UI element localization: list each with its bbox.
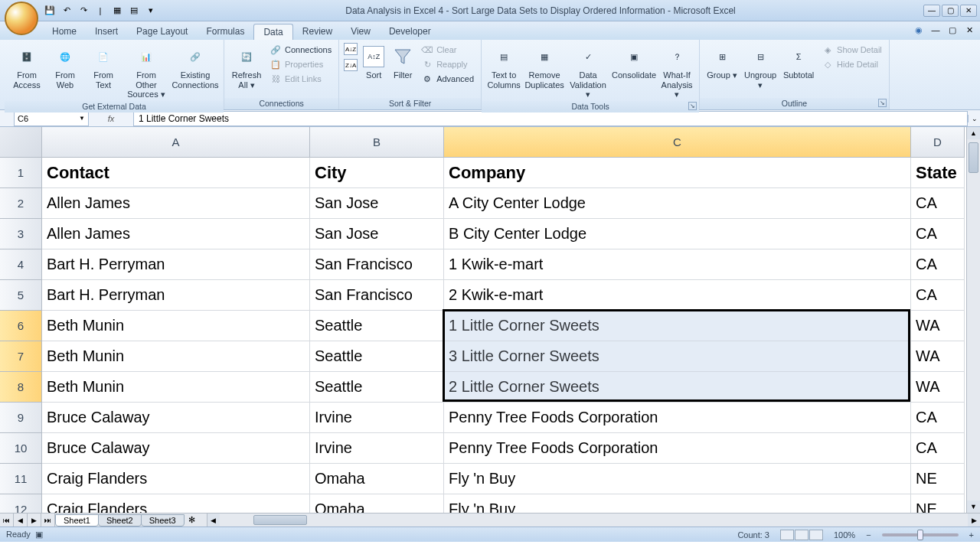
cell-A10[interactable]: Bruce Calaway (42, 433, 310, 464)
tab-page-layout[interactable]: Page Layout (127, 24, 197, 40)
cell-D12[interactable]: NE (911, 494, 965, 513)
tab-home[interactable]: Home (43, 24, 86, 40)
scroll-up-icon[interactable]: ▲ (967, 127, 980, 139)
remove-duplicates-button[interactable]: ▦Remove Duplicates (524, 43, 564, 91)
sheet-nav-prev-icon[interactable]: ◀ (14, 514, 28, 527)
view-normal-button[interactable] (780, 530, 794, 540)
qat-more-icon[interactable]: ▾ (144, 4, 158, 18)
zoom-slider[interactable] (882, 533, 959, 536)
what-if-button[interactable]: ？What-If Analysis ▾ (659, 43, 694, 101)
cell-D5[interactable]: CA (911, 280, 965, 311)
cell-D3[interactable]: CA (911, 219, 965, 249)
cell-B7[interactable]: Seattle (310, 341, 444, 372)
text-to-columns-button[interactable]: ▤Text to Columns (486, 43, 521, 91)
cell-A8[interactable]: Beth Munin (42, 372, 310, 403)
filter-button[interactable]: Filter (390, 43, 416, 82)
row-header-5[interactable]: 5 (0, 280, 42, 311)
refresh-all-button[interactable]: 🔄Refresh All ▾ (229, 43, 264, 91)
ungroup-button[interactable]: ⊟Ungroup ▾ (743, 43, 778, 91)
cell-B5[interactable]: San Francisco (310, 280, 444, 311)
redo-icon[interactable]: ↷ (77, 4, 90, 18)
cell-A1[interactable]: Contact (42, 158, 310, 188)
sheet-nav-last-icon[interactable]: ⏭ (41, 514, 55, 527)
row-header-7[interactable]: 7 (0, 341, 42, 372)
cell-D9[interactable]: CA (911, 403, 965, 433)
new-sheet-button[interactable]: ✻ (184, 514, 201, 527)
cell-C2[interactable]: A City Center Lodge (444, 188, 911, 219)
existing-connections-button[interactable]: 🔗Existing Connections (172, 43, 219, 91)
row-header-11[interactable]: 11 (0, 464, 42, 494)
tab-view[interactable]: View (341, 24, 380, 40)
from-other-sources-button[interactable]: 📊From Other Sources ▾ (124, 43, 168, 101)
cell-C12[interactable]: Fly 'n Buy (444, 494, 911, 513)
cell-C11[interactable]: Fly 'n Buy (444, 464, 911, 494)
maximize-button[interactable]: ▢ (942, 5, 959, 17)
column-header-C[interactable]: C (444, 127, 911, 158)
tab-review[interactable]: Review (293, 24, 341, 40)
cell-C9[interactable]: Penny Tree Foods Corporation (444, 403, 911, 433)
cell-B9[interactable]: Irvine (310, 403, 444, 433)
cell-D10[interactable]: CA (911, 433, 965, 464)
name-box[interactable]: C6▼ (14, 111, 89, 126)
outline-launcher[interactable]: ↘ (878, 99, 887, 107)
cell-B8[interactable]: Seattle (310, 372, 444, 403)
cell-B3[interactable]: San Jose (310, 219, 444, 249)
view-layout-button[interactable] (795, 530, 808, 540)
row-header-9[interactable]: 9 (0, 403, 42, 433)
cell-C8[interactable]: 2 Little Corner Sweets (444, 372, 911, 403)
minimize-button[interactable]: ― (923, 5, 940, 17)
expand-formula-bar-icon[interactable]: ⌄ (968, 115, 980, 122)
cell-B12[interactable]: Omaha (310, 494, 444, 513)
sheet-nav-first-icon[interactable]: ⏮ (0, 514, 14, 527)
row-header-6[interactable]: 6 (0, 311, 42, 341)
hscroll-thumb[interactable] (253, 515, 307, 525)
tab-developer[interactable]: Developer (380, 24, 440, 40)
cell-A2[interactable]: Allen James (42, 188, 310, 219)
cell-A3[interactable]: Allen James (42, 219, 310, 249)
qat-custom2-icon[interactable]: ▤ (127, 4, 141, 18)
cell-C6[interactable]: 1 Little Corner Sweets (444, 311, 911, 341)
cell-C7[interactable]: 3 Little Corner Sweets (444, 341, 911, 372)
cell-B11[interactable]: Omaha (310, 464, 444, 494)
tab-formulas[interactable]: Formulas (197, 24, 253, 40)
row-header-3[interactable]: 3 (0, 219, 42, 249)
undo-icon[interactable]: ↶ (60, 4, 74, 18)
zoom-out-icon[interactable]: − (866, 530, 871, 540)
column-header-B[interactable]: B (310, 127, 444, 158)
cell-A12[interactable]: Craig Flanders (42, 494, 310, 513)
cell-A5[interactable]: Bart H. Perryman (42, 280, 310, 311)
cell-C1[interactable]: Company (444, 158, 911, 188)
qat-custom1-icon[interactable]: ▦ (110, 4, 124, 18)
connections-button[interactable]: 🔗Connections (267, 43, 334, 57)
cell-A7[interactable]: Beth Munin (42, 341, 310, 372)
cell-B10[interactable]: Irvine (310, 433, 444, 464)
scroll-left-icon[interactable]: ◀ (207, 514, 220, 527)
cell-A9[interactable]: Bruce Calaway (42, 403, 310, 433)
cell-D2[interactable]: CA (911, 188, 965, 219)
vertical-scrollbar[interactable]: ▲ ▼ (966, 127, 980, 513)
sheet-nav-next-icon[interactable]: ▶ (28, 514, 41, 527)
scroll-right-icon[interactable]: ▶ (968, 514, 980, 527)
cell-C10[interactable]: Penny Tree Foods Corporation (444, 433, 911, 464)
sheet-tab-sheet1[interactable]: Sheet1 (55, 514, 99, 527)
cell-B2[interactable]: San Jose (310, 188, 444, 219)
tab-data[interactable]: Data (253, 24, 292, 40)
from-web-button[interactable]: 🌐From Web (47, 43, 83, 91)
sort-button[interactable]: A↕ZSort (361, 43, 387, 82)
data-validation-button[interactable]: ✓Data Validation ▾ (567, 43, 609, 101)
tab-insert[interactable]: Insert (86, 24, 127, 40)
minimize-ribbon-icon[interactable]: ― (929, 24, 942, 36)
help-icon[interactable]: ◉ (913, 24, 925, 36)
select-all-corner[interactable] (0, 127, 42, 158)
column-header-A[interactable]: A (42, 127, 310, 158)
vscroll-thumb[interactable] (969, 142, 978, 173)
data-tools-launcher[interactable]: ↘ (688, 102, 697, 110)
office-button[interactable] (5, 2, 38, 35)
sheet-tab-sheet2[interactable]: Sheet2 (98, 514, 142, 527)
formula-input[interactable]: 1 Little Corner Sweets (133, 111, 968, 126)
cell-C5[interactable]: 2 Kwik-e-mart (444, 280, 911, 311)
cell-B1[interactable]: City (310, 158, 444, 188)
restore-workbook-icon[interactable]: ▢ (946, 24, 959, 36)
view-pagebreak-button[interactable] (809, 530, 823, 540)
cell-D6[interactable]: WA (911, 311, 965, 341)
